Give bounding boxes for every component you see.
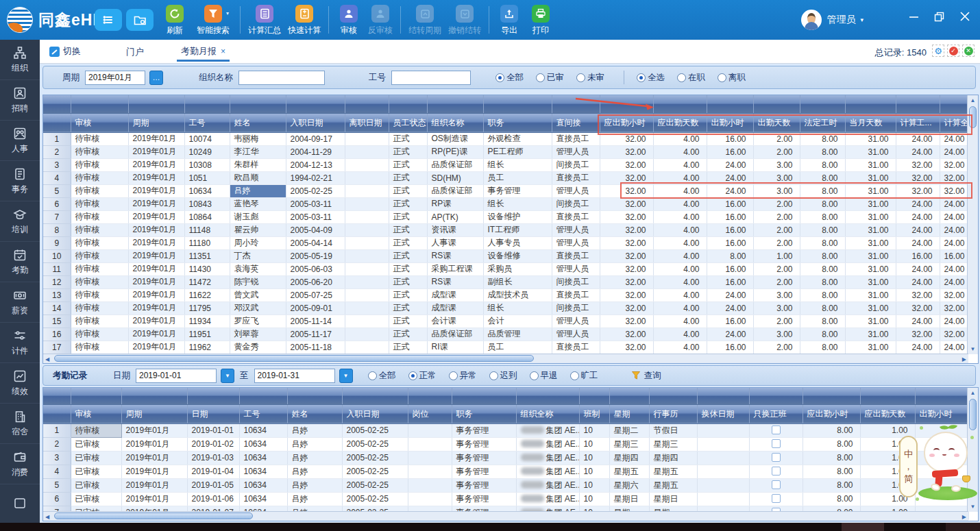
cell[interactable]: 16.00 <box>707 132 753 145</box>
cell[interactable]: 正式 <box>389 314 427 328</box>
row-number[interactable]: 12 <box>43 275 71 288</box>
cell[interactable]: 11351 <box>184 249 230 262</box>
cell[interactable]: 10634 <box>239 423 287 437</box>
cell[interactable] <box>408 492 452 506</box>
cell[interactable]: 待审核 <box>71 314 128 328</box>
cell[interactable]: 正式 <box>389 249 427 262</box>
cell[interactable]: 32.00 <box>600 223 653 236</box>
table-row[interactable]: 2已审核2019年01月2019-01-0210634吕婷2005-02-25事… <box>43 437 968 451</box>
cell[interactable]: IT工程师 <box>483 223 552 236</box>
cell[interactable]: 2005-02-25 <box>342 451 408 465</box>
cell[interactable]: 32.00 <box>600 236 653 249</box>
cell[interactable]: 采购工程课 <box>427 262 483 275</box>
cell[interactable]: 10634 <box>184 184 230 197</box>
sidebar-item-more[interactable] <box>0 484 40 525</box>
cell[interactable]: 星期日 <box>649 492 697 506</box>
cell[interactable]: 直接员工 <box>552 341 600 354</box>
restore-button[interactable] <box>934 12 944 22</box>
column-header[interactable]: 日期 <box>187 404 239 423</box>
cell[interactable]: 2005-07-25 <box>286 288 345 301</box>
cell[interactable] <box>697 465 749 478</box>
cell[interactable]: 2005-06-20 <box>286 275 345 288</box>
cell[interactable]: PE工程师 <box>483 145 552 158</box>
cell[interactable] <box>345 223 389 236</box>
cell[interactable]: 10 <box>579 437 609 451</box>
cell[interactable]: 4.00 <box>653 341 707 354</box>
scroll-down-icon[interactable]: ▼ <box>968 346 978 352</box>
cell[interactable]: 待审核 <box>71 423 121 437</box>
cell[interactable]: 2005-06-03 <box>286 262 345 275</box>
cell[interactable]: 已审核 <box>71 492 121 506</box>
table-row[interactable]: 13待审核2019年01月11622曾文武2005-07-25正式成型课成型技术… <box>43 288 968 301</box>
cell[interactable] <box>749 437 803 451</box>
cell[interactable]: 24.00 <box>940 262 968 275</box>
cell[interactable]: 间接员工 <box>552 197 600 210</box>
scroll-up-icon[interactable]: ▲ <box>968 97 978 103</box>
cell[interactable]: 32.00 <box>600 184 653 197</box>
cell[interactable]: 11622 <box>184 288 230 301</box>
cell[interactable] <box>697 437 749 451</box>
cell[interactable]: 11795 <box>184 301 230 314</box>
cell[interactable]: 丁杰 <box>230 249 286 262</box>
cell[interactable]: 11951 <box>184 328 230 341</box>
sidebar-item-consumption[interactable]: 消费 <box>0 444 40 484</box>
row-number[interactable]: 5 <box>43 478 71 492</box>
cell[interactable]: 24.00 <box>707 184 753 197</box>
date-to-input[interactable] <box>254 369 335 383</box>
cell[interactable]: 2005-11-17 <box>286 328 345 341</box>
cell[interactable] <box>345 301 389 314</box>
sidebar-item-dormitory[interactable]: 宿舍 <box>0 404 40 444</box>
ime-status-bubble[interactable]: 中 ， 简 <box>899 436 918 497</box>
cell[interactable] <box>749 451 803 465</box>
sidebar-item-training[interactable]: 培训 <box>0 201 40 242</box>
cell[interactable]: 24.00 <box>940 145 968 158</box>
cell[interactable]: 2.00 <box>753 341 800 354</box>
cell[interactable]: 2005-02-25 <box>342 492 408 506</box>
cell[interactable]: 人事专员 <box>483 236 552 249</box>
cell[interactable]: 2004-11-29 <box>286 145 345 158</box>
table-row[interactable]: 6已审核2019年01月2019-01-0610634吕婷2005-02-25事… <box>43 492 968 506</box>
cell[interactable]: 32.00 <box>600 145 653 158</box>
cell[interactable]: 直接员工 <box>552 249 600 262</box>
cell[interactable]: 8.00 <box>800 249 845 262</box>
column-header[interactable]: 应出勤小时 <box>803 404 860 423</box>
column-header[interactable]: 周期 <box>121 404 187 423</box>
radio-rec-normal[interactable]: 正常 <box>408 370 437 382</box>
cell[interactable]: 直接员工 <box>552 210 600 223</box>
cell[interactable] <box>408 465 452 478</box>
cell[interactable]: 正式 <box>389 301 427 314</box>
cell[interactable] <box>345 314 389 328</box>
cell[interactable]: 待审核 <box>71 145 128 158</box>
cell[interactable] <box>697 423 749 437</box>
cell[interactable]: 10 <box>579 465 609 478</box>
row-number[interactable]: 9 <box>43 236 71 249</box>
approve-button[interactable]: 审核 <box>333 3 365 36</box>
table-row[interactable]: 3待审核2019年01月10308朱群样2004-12-13正式品质保证部组长间… <box>43 158 968 171</box>
cell[interactable]: 2019年01月 <box>128 275 184 288</box>
cell[interactable]: 10843 <box>184 197 230 210</box>
cell[interactable] <box>345 158 389 171</box>
cell[interactable]: 32.00 <box>600 171 653 184</box>
cell[interactable]: 31.00 <box>845 197 896 210</box>
cell[interactable]: 32.00 <box>940 288 968 301</box>
row-number[interactable]: 14 <box>43 301 71 314</box>
table-row[interactable]: 2待审核2019年01月10249李江华2004-11-29正式RP(PE)课P… <box>43 145 968 158</box>
cell[interactable]: 蓝艳琴 <box>230 197 286 210</box>
cell[interactable]: 16.00 <box>707 210 753 223</box>
column-header[interactable]: 姓名 <box>287 404 342 423</box>
cell[interactable] <box>345 328 389 341</box>
cell[interactable]: 2005-03-11 <box>286 210 345 223</box>
cell[interactable]: 2019年01月 <box>128 197 184 210</box>
export-button[interactable]: 导出 <box>493 3 525 36</box>
cell[interactable]: 8.00 <box>800 275 845 288</box>
date-to-dropdown[interactable]: ▼ <box>339 369 353 383</box>
table-row[interactable]: 1待审核2019年01月2019-01-0110634吕婷2005-02-25事… <box>43 423 968 437</box>
table-row[interactable]: 9待审核2019年01月11180周小玲2005-04-14正式人事课人事专员管… <box>43 236 968 249</box>
horizontal-scrollbar[interactable]: ◀ ▶ <box>43 354 968 363</box>
cell[interactable]: 4.00 <box>653 275 707 288</box>
row-number[interactable]: 1 <box>43 423 71 437</box>
cell[interactable]: 会计 <box>483 314 552 328</box>
cell[interactable]: 24.00 <box>707 301 753 314</box>
column-header[interactable]: 当月天数 <box>845 113 896 132</box>
cell[interactable]: 16.00 <box>896 249 940 262</box>
